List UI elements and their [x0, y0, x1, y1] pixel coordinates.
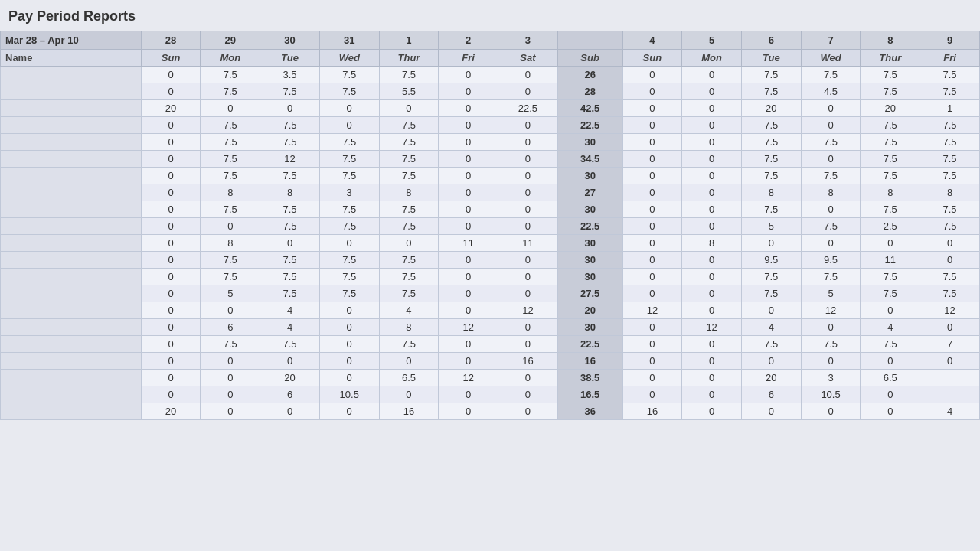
data-cell: 0 [439, 151, 498, 168]
data-cell: 0 [141, 134, 201, 151]
data-cell: 0 [622, 184, 682, 201]
data-cell: 0 [379, 235, 439, 252]
data-cell: 7.5 [379, 201, 439, 218]
report-table-wrapper: Mar 28 – Apr 10 28 29 30 31 1 2 3 4 5 6 … [0, 31, 980, 420]
data-cell: 5 [201, 285, 260, 302]
data-cell: 0 [141, 168, 201, 184]
data-cell: 7.5 [260, 201, 320, 218]
data-cell: 0 [141, 319, 201, 336]
data-cell: 7.5 [319, 134, 379, 151]
data-cell: 7.5 [920, 67, 980, 83]
data-cell: 7.5 [861, 168, 920, 184]
data-cell: 10.5 [319, 386, 379, 403]
data-cell: 0 [201, 302, 260, 319]
name-cell [1, 235, 142, 252]
data-cell: 0 [439, 134, 498, 151]
data-cell: 6 [260, 386, 320, 403]
col-day-mon2: Mon [682, 50, 742, 67]
data-cell: 16.5 [557, 386, 622, 403]
data-cell: 0 [439, 218, 498, 235]
data-cell: 0 [201, 218, 260, 235]
data-cell: 0 [801, 201, 861, 218]
data-cell: 11 [439, 235, 498, 252]
name-cell [1, 403, 142, 420]
data-cell: 7.5 [260, 252, 320, 269]
data-cell: 6.5 [861, 370, 920, 386]
data-cell: 3.5 [260, 67, 320, 83]
data-cell: 7.5 [379, 117, 439, 134]
data-cell: 0 [682, 67, 742, 83]
name-cell [1, 100, 142, 117]
data-cell: 0 [741, 235, 801, 252]
data-cell: 4 [861, 319, 920, 336]
name-cell [1, 370, 142, 386]
data-cell: 7.5 [920, 269, 980, 285]
data-cell: 0 [439, 252, 498, 269]
data-cell: 8 [861, 184, 920, 201]
data-cell: 0 [260, 235, 320, 252]
data-cell: 0 [622, 117, 682, 134]
data-cell: 7.5 [319, 218, 379, 235]
data-cell: 7.5 [379, 134, 439, 151]
data-cell: 0 [682, 403, 742, 420]
data-cell: 0 [622, 336, 682, 353]
data-cell: 7.5 [920, 201, 980, 218]
data-cell: 0 [622, 386, 682, 403]
data-cell: 7.5 [379, 218, 439, 235]
data-cell: 0 [439, 403, 498, 420]
data-cell: 7.5 [260, 83, 320, 100]
name-cell [1, 117, 142, 134]
data-cell: 0 [682, 168, 742, 184]
name-cell [1, 168, 142, 184]
col-day-tue1: Tue [260, 50, 320, 67]
data-cell: 0 [319, 353, 379, 370]
data-cell: 0 [439, 353, 498, 370]
data-cell: 0 [141, 67, 201, 83]
data-cell: 22.5 [557, 336, 622, 353]
data-cell: 7.5 [801, 134, 861, 151]
data-cell: 12 [498, 302, 558, 319]
col-date-3: 3 [498, 31, 558, 50]
data-cell: 28 [557, 83, 622, 100]
col-date-30: 30 [260, 31, 320, 50]
data-cell: 0 [141, 252, 201, 269]
data-cell: 0 [622, 218, 682, 235]
data-cell [920, 386, 980, 403]
data-cell: 0 [319, 117, 379, 134]
data-cell: 0 [682, 184, 742, 201]
name-cell [1, 319, 142, 336]
data-cell: 4.5 [801, 83, 861, 100]
col-date-8: 8 [861, 31, 920, 50]
data-cell: 0 [201, 100, 260, 117]
data-cell: 7.5 [379, 285, 439, 302]
data-cell: 8 [379, 319, 439, 336]
col-day-wed2: Wed [801, 50, 861, 67]
data-cell: 0 [682, 100, 742, 117]
data-cell: 0 [682, 302, 742, 319]
data-cell: 12 [439, 319, 498, 336]
data-cell: 27 [557, 184, 622, 201]
data-cell: 6 [741, 386, 801, 403]
data-cell: 0 [920, 235, 980, 252]
col-date-2: 2 [439, 31, 498, 50]
data-cell: 7.5 [741, 336, 801, 353]
data-cell: 7.5 [201, 67, 260, 83]
data-cell: 7.5 [379, 67, 439, 83]
name-cell [1, 201, 142, 218]
data-cell: 30 [557, 201, 622, 218]
data-cell: 5 [741, 218, 801, 235]
data-cell: 0 [861, 235, 920, 252]
data-cell: 0 [498, 67, 558, 83]
data-cell: 7.5 [861, 151, 920, 168]
data-cell: 22.5 [498, 100, 558, 117]
data-cell: 0 [201, 386, 260, 403]
date-range: Mar 28 – Apr 10 [1, 31, 142, 50]
data-cell: 30 [557, 168, 622, 184]
data-cell: 0 [498, 201, 558, 218]
data-cell: 7.5 [920, 285, 980, 302]
data-cell: 7.5 [801, 218, 861, 235]
data-cell: 7.5 [741, 269, 801, 285]
data-cell: 16 [379, 403, 439, 420]
data-cell: 0 [498, 336, 558, 353]
data-cell: 0 [741, 403, 801, 420]
